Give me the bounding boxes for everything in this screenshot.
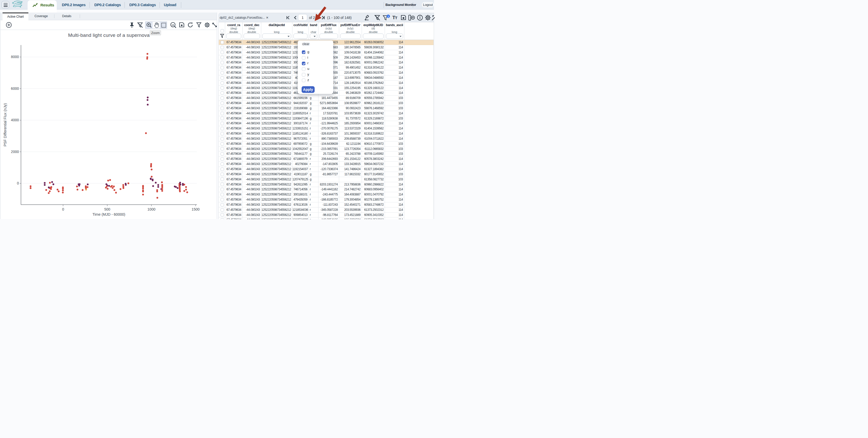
svg-text:4000: 4000 [11,118,19,122]
svg-text:0: 0 [17,181,19,185]
svg-text:Multi-band light curve of a su: Multi-band light curve of a supernova [68,32,150,38]
svg-text:1: 1 [388,15,389,18]
svg-text:1X: 1X [172,24,174,26]
svg-text:PSF Differential Flux (nJy): PSF Differential Flux (nJy) [3,104,7,147]
svg-text:6000: 6000 [11,86,19,91]
svg-text:1500: 1500 [192,207,199,211]
svg-text:0: 0 [62,207,64,211]
svg-text:Time (MJD - 60000): Time (MJD - 60000) [93,212,125,216]
svg-text:2000: 2000 [11,150,19,154]
svg-text:500: 500 [104,207,111,211]
svg-text:1000: 1000 [148,207,155,211]
svg-text:8000: 8000 [11,55,19,59]
